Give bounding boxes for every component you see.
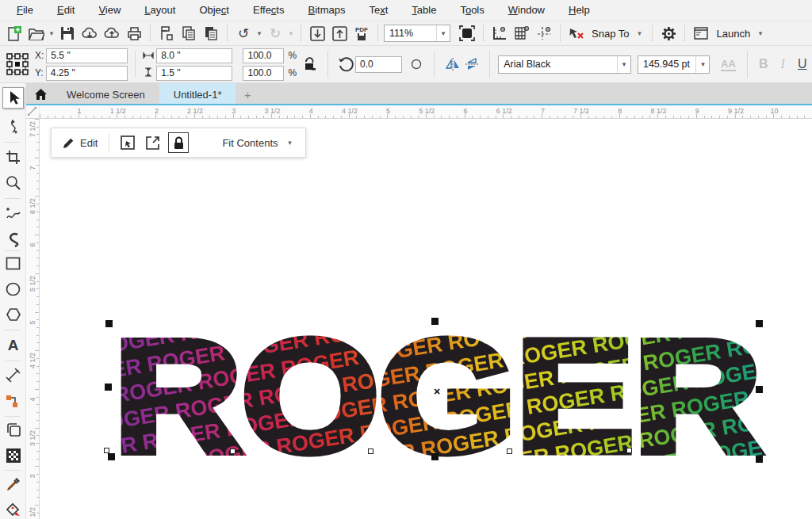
drawing-canvas[interactable]: Edit Fit Contents ▾ (40, 119, 812, 519)
menu-item-text[interactable]: Text (357, 0, 400, 21)
vertical-ruler[interactable]: 7 1/276 1/265 1/254 1/243 1/232 1/2 (26, 119, 40, 519)
tab-welcome-screen[interactable]: Welcome Screen (52, 83, 159, 105)
crop-tool[interactable] (2, 147, 24, 168)
undo-icon[interactable]: ↺ (238, 27, 249, 40)
font-family-combobox[interactable]: Arial Black ▾ (498, 55, 631, 74)
scale-horizontal-field[interactable]: 100.0 (243, 48, 284, 63)
pick-tool[interactable] (2, 87, 24, 109)
publish-pdf-icon[interactable]: PDF (351, 23, 372, 44)
menu-item-tools[interactable]: Tools (448, 0, 496, 21)
launch-icon[interactable] (691, 23, 711, 44)
new-document-icon[interactable] (3, 23, 24, 44)
drop-shadow-tool[interactable] (2, 419, 24, 441)
mirror-vertical-icon[interactable] (462, 54, 481, 74)
menu-item-help[interactable]: Help (557, 0, 602, 21)
print-icon[interactable] (124, 23, 144, 44)
lock-ratio-icon[interactable] (300, 54, 319, 74)
connector-tool[interactable] (2, 391, 24, 412)
selection-handle-top-middle[interactable] (431, 318, 439, 325)
color-eyedropper-tool[interactable] (2, 474, 24, 495)
new-tab-button[interactable]: + (236, 83, 259, 105)
menu-item-file[interactable]: File (5, 0, 45, 21)
select-contents-icon[interactable] (117, 132, 138, 153)
object-origin-anchor-grid[interactable] (5, 51, 30, 78)
import-icon[interactable] (307, 23, 327, 44)
scale-vertical-field[interactable]: 100.0 (243, 66, 284, 81)
menu-item-effects[interactable]: Effects (241, 0, 297, 21)
selection-handle-bottom-left[interactable] (108, 453, 115, 460)
underline-button[interactable]: U (792, 54, 811, 74)
roger-text-object[interactable]: ROGER ROGER ROGER ROGER ROGER ROGER ROGE… (111, 323, 771, 466)
font-family-caret[interactable]: ▾ (617, 56, 630, 73)
dimension-tool[interactable] (2, 364, 24, 386)
text-tool[interactable]: A (2, 334, 24, 356)
glyph-node-g[interactable] (368, 448, 373, 454)
cloud-upload-icon[interactable] (102, 23, 122, 44)
paste-icon[interactable] (201, 23, 221, 44)
open-dropdown-caret[interactable]: ▾ (48, 29, 56, 37)
tab-untitled-1[interactable]: Untitled-1* (159, 83, 236, 105)
open-icon[interactable] (25, 23, 46, 44)
artistic-media-tool[interactable] (2, 229, 24, 250)
menu-item-table[interactable]: Table (400, 0, 448, 21)
copy-icon[interactable] (178, 23, 199, 44)
transparency-tool[interactable] (2, 445, 24, 466)
cloud-download-icon[interactable] (79, 23, 100, 44)
interactive-fill-tool[interactable] (2, 499, 24, 519)
ruler-origin[interactable] (26, 105, 40, 119)
redo-icon[interactable]: ↻ (270, 27, 281, 40)
snap-to-dropdown[interactable]: Snap To ▾ (588, 28, 646, 40)
font-size-caret[interactable]: ▾ (695, 56, 709, 73)
horizontal-ruler[interactable]: 11 1/222 1/233 1/244 1/255 1/266 1/277 1… (40, 105, 812, 119)
selection-handle-middle-right[interactable] (756, 386, 763, 393)
cut-icon[interactable] (156, 23, 177, 44)
zoom-tool[interactable] (2, 172, 24, 193)
snap-off-icon[interactable] (566, 23, 587, 44)
selection-handle-top-left[interactable] (105, 320, 113, 327)
text-properties-icon[interactable]: AA (716, 54, 740, 74)
menu-item-view[interactable]: View (86, 0, 132, 21)
selection-handle-top-right[interactable] (756, 320, 763, 327)
rotation-angle-field[interactable]: 0.0 (355, 56, 402, 73)
menu-item-edit[interactable]: Edit (45, 0, 86, 21)
bold-button[interactable]: B (754, 54, 773, 74)
lock-contents-icon[interactable] (168, 132, 189, 153)
ellipse-tool[interactable] (2, 278, 24, 300)
guidelines-toggle-icon[interactable] (534, 23, 554, 44)
glyph-node-e[interactable] (507, 448, 512, 454)
zoom-level-combobox[interactable]: 111% ▾ (384, 25, 450, 42)
extract-contents-icon[interactable] (143, 132, 163, 153)
shape-tool[interactable] (2, 116, 24, 137)
selection-center-mark[interactable]: × (434, 386, 440, 397)
rectangle-tool[interactable] (2, 253, 24, 274)
polygon-tool[interactable] (2, 303, 24, 325)
selection-handle-middle-left[interactable] (105, 384, 112, 391)
italic-button[interactable]: I (773, 54, 792, 74)
grid-toggle-icon[interactable] (511, 23, 532, 44)
save-icon[interactable] (57, 23, 78, 44)
glyph-node-r2[interactable] (626, 448, 632, 453)
freehand-tool[interactable] (2, 204, 24, 225)
y-position-field[interactable]: 4.25 " (46, 66, 128, 81)
menu-item-object[interactable]: Object (187, 0, 241, 21)
object-height-field[interactable]: 1.5 " (156, 66, 232, 81)
full-screen-preview-icon[interactable] (457, 23, 477, 44)
menu-item-bitmaps[interactable]: Bitmaps (296, 0, 357, 21)
redo-dropdown-caret[interactable]: ▾ (287, 29, 295, 37)
glyph-node-o[interactable] (230, 448, 236, 454)
export-icon[interactable] (329, 23, 350, 44)
menu-item-layout[interactable]: Layout (132, 0, 187, 21)
mirror-horizontal-icon[interactable] (442, 54, 462, 74)
menu-item-window[interactable]: Window (496, 0, 557, 21)
selection-handle-bottom-middle[interactable] (431, 453, 439, 460)
undo-dropdown-caret[interactable]: ▾ (255, 29, 263, 37)
selection-handle-bottom-right[interactable] (756, 456, 763, 463)
font-size-combobox[interactable]: 145.945 pt ▾ (638, 55, 710, 74)
fit-contents-dropdown[interactable]: Fit Contents ▾ (219, 137, 297, 149)
object-width-field[interactable]: 8.0 " (156, 48, 232, 63)
zoom-level-caret[interactable]: ▾ (436, 25, 450, 41)
x-position-field[interactable]: 5.5 " (46, 48, 128, 63)
rulers-toggle-icon[interactable] (489, 23, 510, 44)
home-icon[interactable] (29, 83, 52, 105)
glyph-node-r1[interactable] (104, 448, 109, 453)
